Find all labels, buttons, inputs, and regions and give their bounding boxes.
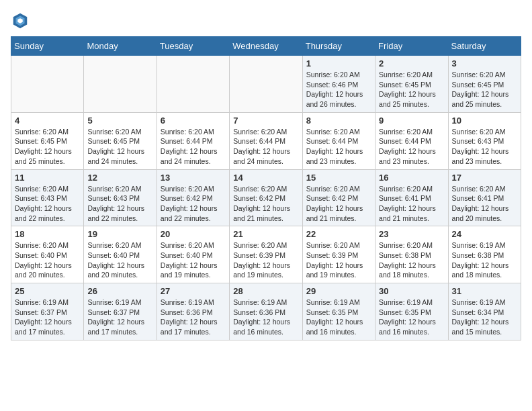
day-header-friday: Friday	[375, 37, 448, 56]
day-number: 24	[452, 229, 517, 239]
day-info: Sunrise: 6:19 AM Sunset: 6:37 PM Dayligh…	[87, 298, 152, 337]
day-info: Sunrise: 6:19 AM Sunset: 6:35 PM Dayligh…	[379, 298, 444, 337]
calendar-cell: 1Sunrise: 6:20 AM Sunset: 6:46 PM Daylig…	[302, 56, 375, 113]
header-row: SundayMondayTuesdayWednesdayThursdayFrid…	[11, 37, 521, 56]
day-number: 27	[161, 286, 226, 296]
day-number: 13	[161, 173, 226, 183]
calendar-cell	[84, 56, 157, 113]
day-info: Sunrise: 6:20 AM Sunset: 6:44 PM Dayligh…	[379, 127, 444, 167]
day-info: Sunrise: 6:20 AM Sunset: 6:40 PM Dayligh…	[161, 240, 226, 280]
day-number: 7	[233, 116, 298, 126]
day-number: 11	[15, 173, 80, 183]
day-number: 9	[379, 116, 444, 126]
logo	[11, 11, 32, 30]
day-number: 4	[15, 116, 80, 126]
day-info: Sunrise: 6:20 AM Sunset: 6:38 PM Dayligh…	[379, 240, 444, 280]
day-number: 2	[379, 58, 444, 68]
week-row-2: 11Sunrise: 6:20 AM Sunset: 6:43 PM Dayli…	[11, 169, 521, 226]
day-info: Sunrise: 6:20 AM Sunset: 6:42 PM Dayligh…	[161, 184, 226, 224]
day-header-monday: Monday	[84, 37, 157, 56]
day-info: Sunrise: 6:20 AM Sunset: 6:43 PM Dayligh…	[452, 127, 517, 167]
day-info: Sunrise: 6:20 AM Sunset: 6:42 PM Dayligh…	[233, 184, 298, 224]
calendar-cell: 28Sunrise: 6:19 AM Sunset: 6:36 PM Dayli…	[230, 283, 302, 340]
day-number: 1	[306, 58, 371, 68]
calendar-cell: 3Sunrise: 6:20 AM Sunset: 6:45 PM Daylig…	[448, 56, 521, 113]
calendar-cell: 22Sunrise: 6:20 AM Sunset: 6:39 PM Dayli…	[302, 226, 375, 283]
calendar-cell: 12Sunrise: 6:20 AM Sunset: 6:43 PM Dayli…	[84, 169, 157, 226]
day-info: Sunrise: 6:19 AM Sunset: 6:34 PM Dayligh…	[452, 298, 517, 337]
day-header-wednesday: Wednesday	[230, 37, 302, 56]
calendar-body: 1Sunrise: 6:20 AM Sunset: 6:46 PM Daylig…	[11, 56, 521, 340]
day-info: Sunrise: 6:20 AM Sunset: 6:43 PM Dayligh…	[87, 184, 152, 224]
day-info: Sunrise: 6:20 AM Sunset: 6:44 PM Dayligh…	[233, 127, 298, 167]
calendar-cell: 31Sunrise: 6:19 AM Sunset: 6:34 PM Dayli…	[448, 283, 521, 340]
day-number: 31	[452, 286, 517, 296]
day-number: 12	[87, 173, 152, 183]
calendar-cell: 15Sunrise: 6:20 AM Sunset: 6:42 PM Dayli…	[302, 169, 375, 226]
calendar-cell: 18Sunrise: 6:20 AM Sunset: 6:40 PM Dayli…	[11, 226, 84, 283]
calendar-cell: 14Sunrise: 6:20 AM Sunset: 6:42 PM Dayli…	[230, 169, 302, 226]
day-info: Sunrise: 6:20 AM Sunset: 6:45 PM Dayligh…	[87, 127, 152, 167]
calendar-cell: 13Sunrise: 6:20 AM Sunset: 6:42 PM Dayli…	[157, 169, 229, 226]
calendar-header: SundayMondayTuesdayWednesdayThursdayFrid…	[11, 37, 521, 56]
calendar-cell: 30Sunrise: 6:19 AM Sunset: 6:35 PM Dayli…	[375, 283, 448, 340]
day-header-sunday: Sunday	[11, 37, 84, 56]
calendar-cell: 17Sunrise: 6:20 AM Sunset: 6:41 PM Dayli…	[448, 169, 521, 226]
calendar-cell: 2Sunrise: 6:20 AM Sunset: 6:45 PM Daylig…	[375, 56, 448, 113]
day-info: Sunrise: 6:19 AM Sunset: 6:35 PM Dayligh…	[306, 298, 371, 337]
day-number: 18	[15, 229, 80, 239]
logo-icon	[11, 11, 30, 30]
day-number: 22	[306, 229, 371, 239]
calendar-cell: 27Sunrise: 6:19 AM Sunset: 6:36 PM Dayli…	[157, 283, 229, 340]
page-header	[11, 11, 521, 30]
day-number: 20	[161, 229, 226, 239]
calendar-cell: 7Sunrise: 6:20 AM Sunset: 6:44 PM Daylig…	[230, 112, 302, 169]
calendar-cell: 6Sunrise: 6:20 AM Sunset: 6:44 PM Daylig…	[157, 112, 229, 169]
day-number: 14	[233, 173, 298, 183]
day-number: 15	[306, 173, 371, 183]
day-header-saturday: Saturday	[448, 37, 521, 56]
calendar-cell: 20Sunrise: 6:20 AM Sunset: 6:40 PM Dayli…	[157, 226, 229, 283]
day-number: 26	[87, 286, 152, 296]
day-info: Sunrise: 6:20 AM Sunset: 6:41 PM Dayligh…	[452, 184, 517, 224]
calendar-cell: 19Sunrise: 6:20 AM Sunset: 6:40 PM Dayli…	[84, 226, 157, 283]
calendar-cell	[11, 56, 84, 113]
calendar-table: SundayMondayTuesdayWednesdayThursdayFrid…	[11, 36, 521, 340]
week-row-0: 1Sunrise: 6:20 AM Sunset: 6:46 PM Daylig…	[11, 56, 521, 113]
calendar-cell: 16Sunrise: 6:20 AM Sunset: 6:41 PM Dayli…	[375, 169, 448, 226]
calendar-cell: 23Sunrise: 6:20 AM Sunset: 6:38 PM Dayli…	[375, 226, 448, 283]
calendar-cell: 10Sunrise: 6:20 AM Sunset: 6:43 PM Dayli…	[448, 112, 521, 169]
day-info: Sunrise: 6:19 AM Sunset: 6:36 PM Dayligh…	[161, 298, 226, 337]
week-row-3: 18Sunrise: 6:20 AM Sunset: 6:40 PM Dayli…	[11, 226, 521, 283]
day-number: 16	[379, 173, 444, 183]
calendar-cell: 4Sunrise: 6:20 AM Sunset: 6:45 PM Daylig…	[11, 112, 84, 169]
day-number: 3	[452, 58, 517, 68]
day-number: 8	[306, 116, 371, 126]
day-info: Sunrise: 6:20 AM Sunset: 6:45 PM Dayligh…	[379, 70, 444, 109]
calendar-cell	[230, 56, 302, 113]
day-number: 25	[15, 286, 80, 296]
day-info: Sunrise: 6:20 AM Sunset: 6:43 PM Dayligh…	[15, 184, 80, 224]
day-number: 28	[233, 286, 298, 296]
day-number: 21	[233, 229, 298, 239]
day-number: 5	[87, 116, 152, 126]
calendar-cell: 11Sunrise: 6:20 AM Sunset: 6:43 PM Dayli…	[11, 169, 84, 226]
day-info: Sunrise: 6:20 AM Sunset: 6:46 PM Dayligh…	[306, 70, 371, 109]
day-info: Sunrise: 6:19 AM Sunset: 6:37 PM Dayligh…	[15, 298, 80, 337]
day-number: 23	[379, 229, 444, 239]
day-info: Sunrise: 6:20 AM Sunset: 6:42 PM Dayligh…	[306, 184, 371, 224]
calendar-cell	[157, 56, 229, 113]
day-info: Sunrise: 6:20 AM Sunset: 6:39 PM Dayligh…	[306, 240, 371, 280]
day-header-thursday: Thursday	[302, 37, 375, 56]
day-info: Sunrise: 6:19 AM Sunset: 6:38 PM Dayligh…	[452, 240, 517, 280]
calendar-cell: 26Sunrise: 6:19 AM Sunset: 6:37 PM Dayli…	[84, 283, 157, 340]
day-number: 17	[452, 173, 517, 183]
day-info: Sunrise: 6:20 AM Sunset: 6:41 PM Dayligh…	[379, 184, 444, 224]
day-info: Sunrise: 6:20 AM Sunset: 6:45 PM Dayligh…	[452, 70, 517, 109]
calendar-cell: 5Sunrise: 6:20 AM Sunset: 6:45 PM Daylig…	[84, 112, 157, 169]
day-number: 29	[306, 286, 371, 296]
day-number: 30	[379, 286, 444, 296]
day-info: Sunrise: 6:20 AM Sunset: 6:44 PM Dayligh…	[161, 127, 226, 167]
calendar-cell: 8Sunrise: 6:20 AM Sunset: 6:44 PM Daylig…	[302, 112, 375, 169]
calendar-cell: 21Sunrise: 6:20 AM Sunset: 6:39 PM Dayli…	[230, 226, 302, 283]
